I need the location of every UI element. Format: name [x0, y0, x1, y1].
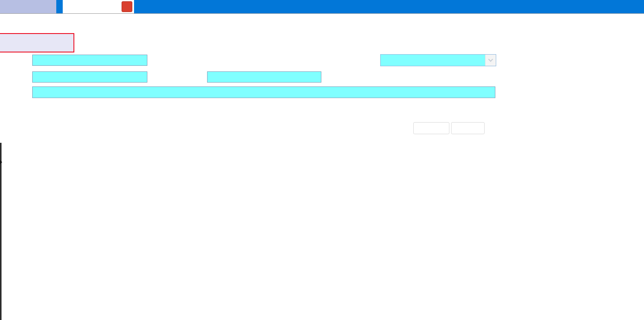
remark-field[interactable] [32, 86, 495, 98]
doc-date-value [381, 55, 485, 66]
approval-stamp [0, 33, 74, 52]
tab-bar [0, 0, 644, 14]
transfer-in-button[interactable] [451, 122, 485, 134]
tab-inventory-adjustment[interactable] [63, 0, 134, 13]
selected-row-indicator [0, 160, 2, 164]
set-warehouse-button[interactable] [413, 122, 449, 134]
doc-date-combobox[interactable] [380, 54, 496, 66]
chevron-down-icon [488, 57, 493, 62]
department-field[interactable] [32, 71, 147, 83]
inventory-adjustment-window [0, 0, 644, 320]
items-table [0, 143, 644, 320]
row-selector-strip [0, 143, 2, 320]
tab-desktop-navigation[interactable] [0, 0, 56, 13]
doc-number-field[interactable] [32, 55, 147, 66]
close-icon[interactable] [122, 1, 132, 12]
doc-date-dropdown-button[interactable] [485, 55, 496, 66]
handler-field[interactable] [207, 71, 321, 83]
